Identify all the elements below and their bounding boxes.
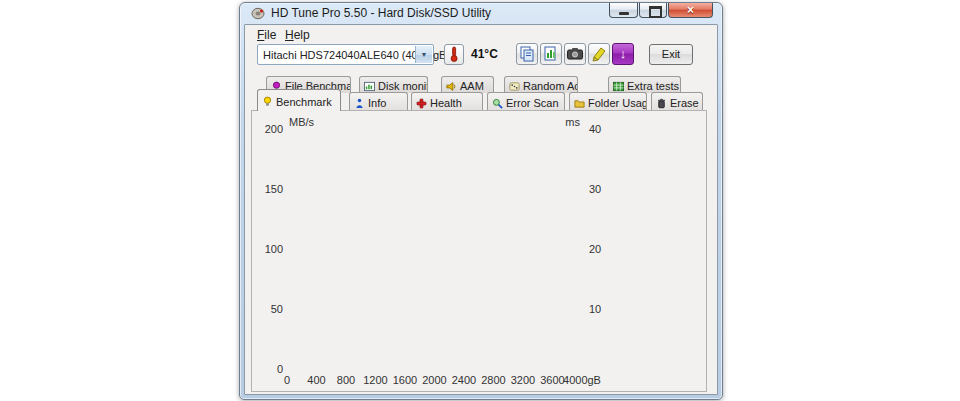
chevron-down-icon[interactable]: ▼ xyxy=(415,46,432,63)
info-icon xyxy=(354,98,365,109)
tab-info[interactable]: Info xyxy=(349,92,408,111)
erase-icon xyxy=(656,98,667,109)
menu-file[interactable]: File xyxy=(253,27,280,43)
benchmark-panel xyxy=(251,110,707,392)
drive-select[interactable]: Hitachi HDS724040ALE640 (4000 gB) ▼ xyxy=(257,44,434,65)
export-icon xyxy=(541,44,561,64)
maximize-button[interactable] xyxy=(639,3,667,18)
app-icon xyxy=(251,7,265,20)
health-icon xyxy=(416,98,427,109)
app-window: HD Tune Pro 5.50 - Hard Disk/SSD Utility… xyxy=(239,2,723,400)
screenshot-icon xyxy=(565,44,585,64)
extra-tests-icon xyxy=(613,81,624,92)
down-arrow-icon: ↓ xyxy=(620,46,627,61)
benchmark-icon xyxy=(262,96,273,107)
download-results-button[interactable]: ↓ xyxy=(612,43,634,65)
highlight-icon xyxy=(589,44,609,64)
temperature-value: 41°C xyxy=(471,47,498,61)
tab-extra-tests[interactable]: Extra tests xyxy=(608,76,681,93)
title-bar[interactable]: HD Tune Pro 5.50 - Hard Disk/SSD Utility… xyxy=(240,3,722,24)
random-access-icon xyxy=(509,81,520,92)
tab-health[interactable]: Health xyxy=(411,92,483,111)
tab-disk-monitor[interactable]: Disk monitor xyxy=(359,76,428,93)
screenshot-button[interactable] xyxy=(564,43,586,65)
folder-usage-icon xyxy=(574,98,585,109)
copy-button[interactable] xyxy=(516,43,538,65)
aam-icon xyxy=(446,81,457,92)
exit-button[interactable]: Exit xyxy=(649,44,693,65)
close-icon: × xyxy=(669,3,712,17)
tab-folder-usage[interactable]: Folder Usage xyxy=(569,92,647,111)
tab-benchmark[interactable]: Benchmark xyxy=(257,89,341,111)
tab-erase[interactable]: Erase xyxy=(651,92,703,111)
window-title: HD Tune Pro 5.50 - Hard Disk/SSD Utility xyxy=(271,6,491,20)
close-button[interactable]: × xyxy=(668,3,713,18)
menu-help[interactable]: Help xyxy=(281,27,314,43)
client-area: File Help Hitachi HDS724040ALE640 (4000 … xyxy=(244,24,718,395)
minimize-button[interactable] xyxy=(609,3,638,18)
temperature-button[interactable] xyxy=(444,44,464,65)
export-button[interactable] xyxy=(540,43,562,65)
error-scan-icon xyxy=(492,98,503,109)
maximize-icon xyxy=(649,6,662,18)
tab-aam[interactable]: AAM xyxy=(441,76,494,93)
thermometer-icon xyxy=(445,45,463,64)
copy-icon xyxy=(517,44,537,64)
highlight-button[interactable] xyxy=(588,43,610,65)
tab-error-scan[interactable]: Error Scan xyxy=(487,92,565,111)
disk-monitor-icon xyxy=(364,81,375,92)
desktop: HD Tune Pro 5.50 - Hard Disk/SSD Utility… xyxy=(0,0,960,401)
tab-random-access[interactable]: Random Access xyxy=(504,76,578,93)
minimize-icon xyxy=(619,12,629,15)
menu-bar: File Help xyxy=(245,25,717,44)
